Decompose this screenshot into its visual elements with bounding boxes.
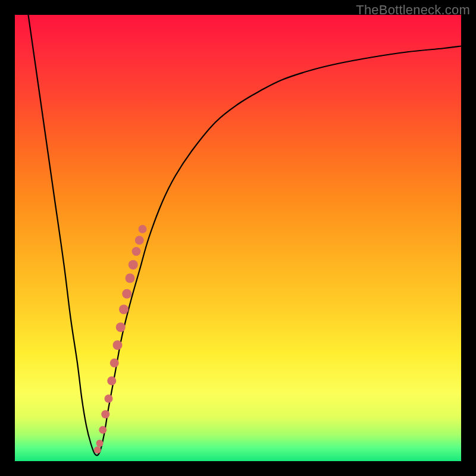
highlight-marker	[132, 247, 141, 256]
plot-area	[15, 15, 461, 461]
bottleneck-curve	[15, 15, 461, 461]
highlight-marker	[94, 446, 101, 453]
highlight-marker	[122, 289, 131, 299]
highlight-marker	[96, 440, 104, 447]
bottleneck-curve-path	[29, 15, 462, 455]
watermark-text: TheBottleneck.com	[356, 2, 470, 18]
highlight-marker	[107, 377, 116, 386]
highlight-marker	[110, 359, 119, 368]
highlight-marker	[99, 426, 107, 434]
chart-frame: TheBottleneck.com	[0, 0, 476, 476]
highlight-marker	[105, 394, 113, 403]
highlight-marker	[126, 274, 135, 283]
highlight-marker	[101, 410, 109, 418]
highlight-marker	[129, 260, 138, 270]
highlight-marker	[116, 322, 126, 332]
highlight-marker	[113, 340, 123, 350]
highlight-marker	[119, 305, 129, 314]
highlight-marker	[139, 225, 147, 233]
highlight-marker	[135, 236, 144, 245]
